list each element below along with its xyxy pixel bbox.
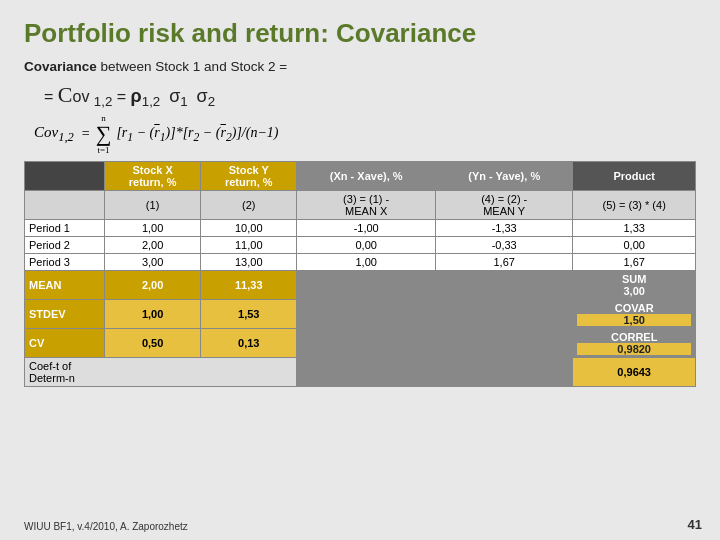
table-row: Period 1 1,00 10,00 -1,00 -1,33 1,33 xyxy=(25,220,696,237)
subheader-empty xyxy=(25,191,105,220)
stdev-sx: 1,00 xyxy=(105,300,201,329)
period1-label: Period 1 xyxy=(25,220,105,237)
coef-xn-empty xyxy=(297,358,436,387)
period2-yn: -0,33 xyxy=(436,237,573,254)
cv-label: CV xyxy=(25,329,105,358)
stdev-sy: 1,53 xyxy=(201,300,297,329)
page-title: Portfolio risk and return: Covariance xyxy=(24,18,696,49)
header-yn: (Yn - Yave), % xyxy=(436,162,573,191)
table-wrap: Stock Xreturn, % Stock Yreturn, % (Xn - … xyxy=(24,161,696,387)
cv-sx: 0,50 xyxy=(105,329,201,358)
sum-label: SUM3,00 xyxy=(573,271,696,300)
stdev-yn-empty xyxy=(436,300,573,329)
period1-prod: 1,33 xyxy=(573,220,696,237)
covar-label-cell: COVAR1,50 xyxy=(573,300,696,329)
header-stocky: Stock Yreturn, % xyxy=(201,162,297,191)
header-empty xyxy=(25,162,105,191)
data-table: Stock Xreturn, % Stock Yreturn, % (Xn - … xyxy=(24,161,696,387)
period3-yn: 1,67 xyxy=(436,254,573,271)
subheader-2: (2) xyxy=(201,191,297,220)
subtitle-text2: between Stock 1 and Stock 2 = xyxy=(97,59,287,74)
subheader-1: (1) xyxy=(105,191,201,220)
stdev-row: STDEV 1,00 1,53 COVAR1,50 xyxy=(25,300,696,329)
page-number: 41 xyxy=(688,517,702,532)
period1-sx: 1,00 xyxy=(105,220,201,237)
correl-label-cell: CORREL0,9820 xyxy=(573,329,696,358)
header-stockx: Stock Xreturn, % xyxy=(105,162,201,191)
cv-row: CV 0,50 0,13 CORREL0,9820 xyxy=(25,329,696,358)
stdev-xn-empty xyxy=(297,300,436,329)
period2-sy: 11,00 xyxy=(201,237,297,254)
mean-sx: 2,00 xyxy=(105,271,201,300)
period1-yn: -1,33 xyxy=(436,220,573,237)
period3-sx: 3,00 xyxy=(105,254,201,271)
covariance-label: Covariance xyxy=(24,59,97,74)
mean-label: MEAN xyxy=(25,271,105,300)
period3-xn: 1,00 xyxy=(297,254,436,271)
formula-sum: n ∑ t=1 xyxy=(96,113,112,155)
period3-prod: 1,67 xyxy=(573,254,696,271)
period2-xn: 0,00 xyxy=(297,237,436,254)
formula-rhs: [r1 − (r1)]*[r2 − (r2)]/(n−1) xyxy=(116,125,278,144)
formula-equals: = xyxy=(82,126,90,142)
slide: Portfolio risk and return: Covariance Co… xyxy=(0,0,720,540)
subheader-3: (3) = (1) -MEAN X xyxy=(297,191,436,220)
stdev-label: STDEV xyxy=(25,300,105,329)
period3-sy: 13,00 xyxy=(201,254,297,271)
formula-lhs: Cov1,2 xyxy=(34,124,74,145)
cv-yn-empty xyxy=(436,329,573,358)
period2-prod: 0,00 xyxy=(573,237,696,254)
coef-row: Coef-t ofDeterm-n 0,9643 xyxy=(25,358,696,387)
subtitle-block: Covariance between Stock 1 and Stock 2 = xyxy=(24,59,696,74)
header-product: Product xyxy=(573,162,696,191)
mean-xn-empty xyxy=(297,271,436,300)
period2-label: Period 2 xyxy=(25,237,105,254)
period2-sx: 2,00 xyxy=(105,237,201,254)
coef-val-cell: 0,9643 xyxy=(573,358,696,387)
period1-sy: 10,00 xyxy=(201,220,297,237)
cv-xn-empty xyxy=(297,329,436,358)
subheader-4: (4) = (2) -MEAN Y xyxy=(436,191,573,220)
header-xn: (Xn - Xave), % xyxy=(297,162,436,191)
formula-container: Cov1,2 = n ∑ t=1 [r1 − (r1)]*[r2 − (r2)]… xyxy=(34,113,696,155)
mean-sy: 11,33 xyxy=(201,271,297,300)
formula-line: = Cov 1,2 = ρ1,2 σ1 σ2 xyxy=(44,82,696,109)
cv-sy: 0,13 xyxy=(201,329,297,358)
coef-label-cell: Coef-t ofDeterm-n xyxy=(25,358,297,387)
mean-row: MEAN 2,00 11,33 SUM3,00 xyxy=(25,271,696,300)
table-row: Period 2 2,00 11,00 0,00 -0,33 0,00 xyxy=(25,237,696,254)
subheader-5: (5) = (3) * (4) xyxy=(573,191,696,220)
period3-label: Period 3 xyxy=(25,254,105,271)
footer: WIUU BF1, v.4/2010, A. Zaporozhetz xyxy=(24,521,188,532)
mean-yn-empty xyxy=(436,271,573,300)
period1-xn: -1,00 xyxy=(297,220,436,237)
table-row: Period 3 3,00 13,00 1,00 1,67 1,67 xyxy=(25,254,696,271)
coef-yn-empty xyxy=(436,358,573,387)
